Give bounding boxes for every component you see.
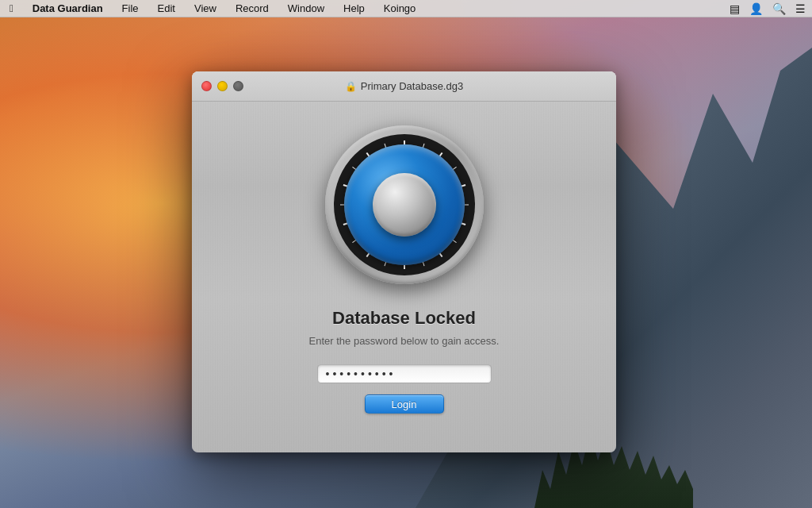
- tick-ring: 0 5 10 15 20 25 30 35: [334, 134, 475, 275]
- window-title: 🔒 Primary Database.dg3: [345, 80, 463, 92]
- menubar-file[interactable]: File: [119, 1, 142, 16]
- close-button[interactable]: [201, 81, 212, 91]
- minimize-button[interactable]: [217, 81, 228, 91]
- window-content: 0 5 10 15 20 25 30 35: [192, 102, 616, 437]
- titlebar: 🔒 Primary Database.dg3: [192, 71, 616, 102]
- menubar-app-name[interactable]: Data Guardian: [29, 1, 106, 16]
- safe-dial: 0 5 10 15 20 25 30 35: [325, 125, 484, 284]
- password-input[interactable]: [317, 364, 492, 383]
- menubar-koingo[interactable]: Koingo: [381, 1, 419, 16]
- menubar-window[interactable]: Window: [285, 1, 327, 16]
- menubar-record[interactable]: Record: [232, 1, 272, 16]
- locked-title: Database Locked: [332, 308, 476, 329]
- window-title-text: Primary Database.dg3: [361, 80, 463, 92]
- display-icon[interactable]: ▤: [730, 2, 740, 15]
- safe-outer-ring: 0 5 10 15 20 25 30 35: [325, 125, 484, 284]
- list-icon[interactable]: ☰: [795, 2, 806, 15]
- login-button[interactable]: Login: [365, 394, 444, 414]
- blue-dial: [344, 144, 465, 265]
- locked-subtitle: Enter the password below to gain access.: [309, 335, 500, 347]
- menubar:  Data Guardian File Edit View Record Wi…: [0, 0, 812, 17]
- menubar-view[interactable]: View: [191, 1, 220, 16]
- menubar-left:  Data Guardian File Edit View Record Wi…: [6, 1, 730, 16]
- document-icon: 🔒: [345, 81, 357, 92]
- menubar-right: ▤ 👤 🔍 ☰: [730, 2, 806, 15]
- search-icon[interactable]: 🔍: [772, 2, 786, 15]
- menubar-help[interactable]: Help: [340, 1, 368, 16]
- user-icon[interactable]: 👤: [749, 2, 763, 15]
- maximize-button[interactable]: [233, 81, 243, 91]
- center-knob: [373, 173, 436, 237]
- apple-menu[interactable]: : [6, 1, 17, 16]
- menubar-edit[interactable]: Edit: [155, 1, 178, 16]
- traffic-lights: [201, 81, 243, 91]
- main-window: 🔒 Primary Database.dg3: [192, 71, 616, 452]
